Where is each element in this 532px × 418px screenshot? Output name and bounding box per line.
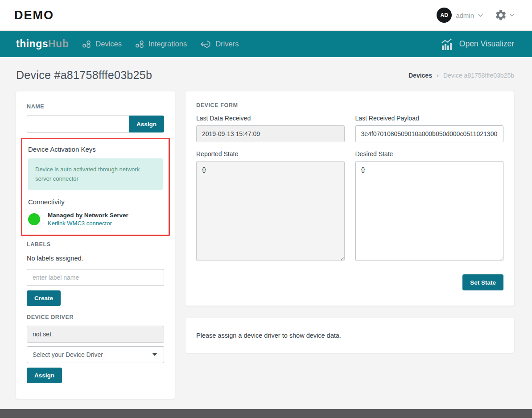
reported-state-label: Reported State	[196, 150, 345, 157]
driver-arrow-icon	[200, 39, 212, 49]
nav-item-drivers[interactable]: Drivers	[200, 39, 239, 49]
avatar: AD	[437, 8, 452, 23]
device-driver-select-value: Select your Device Driver	[33, 351, 103, 358]
tenant-brand: DEMO	[14, 8, 54, 22]
desired-state-textarea[interactable]: {}	[355, 161, 504, 261]
last-data-received-field	[196, 125, 345, 142]
connectivity-status-title: Managed by Network Server	[48, 212, 128, 219]
current-driver-field	[27, 326, 164, 343]
settings-menu[interactable]	[495, 9, 514, 21]
open-visualizer-button[interactable]: Open Visualizer	[441, 37, 514, 51]
connectivity-status-subtitle: Kerlink WMC3 connector	[48, 220, 128, 227]
device-name-input[interactable]	[27, 116, 129, 132]
breadcrumb-separator: ›	[437, 71, 439, 79]
nodes-icon	[135, 39, 145, 49]
chart-icon	[441, 37, 455, 51]
connectivity-title: Connectivity	[28, 198, 163, 206]
nav-label: Integrations	[148, 40, 187, 48]
device-sidebar-card: NAME Assign Device Activation Keys Devic…	[16, 91, 175, 399]
nav-item-integrations[interactable]: Integrations	[135, 39, 187, 49]
main-navbar: thingsHub Devices Integrations Drivers O…	[0, 31, 532, 57]
activation-keys-title: Device Activation Keys	[28, 145, 163, 153]
chevron-down-icon	[478, 14, 483, 17]
labels-section-label: LABELS	[27, 241, 164, 248]
driver-notice-card: Please assign a device driver to show de…	[186, 318, 514, 353]
name-section-label: NAME	[27, 103, 44, 110]
device-form-card: DEVICE FORM Last Data Received Last Rece…	[186, 91, 514, 306]
main-content: Device #a81758fffe03b25b Devices › Devic…	[0, 57, 532, 409]
device-driver-section-label: DEVICE DRIVER	[27, 314, 164, 320]
user-name: admin	[456, 12, 474, 19]
breadcrumb-devices-link[interactable]: Devices	[408, 72, 432, 79]
user-menu[interactable]: AD admin	[437, 8, 483, 23]
auto-activation-notice: Device is auto activated through network…	[28, 158, 163, 190]
last-data-received-label: Last Data Received	[196, 115, 345, 122]
chevron-down-icon	[510, 14, 514, 17]
set-state-button[interactable]: Set State	[462, 274, 503, 290]
caret-down-icon	[152, 353, 157, 356]
visualizer-label: Open Visualizer	[459, 39, 514, 49]
label-name-input[interactable]	[27, 269, 164, 286]
assign-driver-notice-text: Please assign a device driver to show de…	[196, 332, 341, 339]
breadcrumb: Devices › Device a81758fffe03b25b	[408, 71, 514, 79]
nodes-icon	[82, 39, 92, 49]
no-labels-text: No labels assigned.	[27, 255, 164, 262]
nav-item-devices[interactable]: Devices	[82, 39, 122, 49]
activation-highlight-box: Device Activation Keys Device is auto ac…	[21, 138, 170, 236]
assign-driver-button[interactable]: Assign	[27, 368, 62, 383]
last-received-payload-label: Last Received Payload	[355, 115, 504, 122]
nav-label: Drivers	[215, 40, 239, 48]
page-title: Device #a81758fffe03b25b	[16, 69, 152, 82]
nav-label: Devices	[95, 40, 122, 48]
thingshub-logo[interactable]: thingsHub	[16, 38, 69, 50]
desired-state-label: Desired State	[355, 150, 504, 157]
connectivity-status-row: Managed by Network Server Kerlink WMC3 c…	[28, 212, 163, 227]
last-received-payload-field	[355, 125, 504, 142]
top-header: DEMO AD admin	[0, 0, 532, 31]
status-green-dot	[28, 213, 40, 225]
assign-name-button[interactable]: Assign	[129, 116, 164, 132]
breadcrumb-current: Device a81758fffe03b25b	[443, 72, 514, 79]
create-label-button[interactable]: Create	[27, 290, 61, 306]
device-driver-select[interactable]: Select your Device Driver	[27, 346, 164, 363]
device-form-title: DEVICE FORM	[196, 102, 503, 108]
gear-icon	[495, 9, 507, 21]
reported-state-textarea: {}	[196, 161, 345, 261]
page-footer	[0, 409, 532, 418]
